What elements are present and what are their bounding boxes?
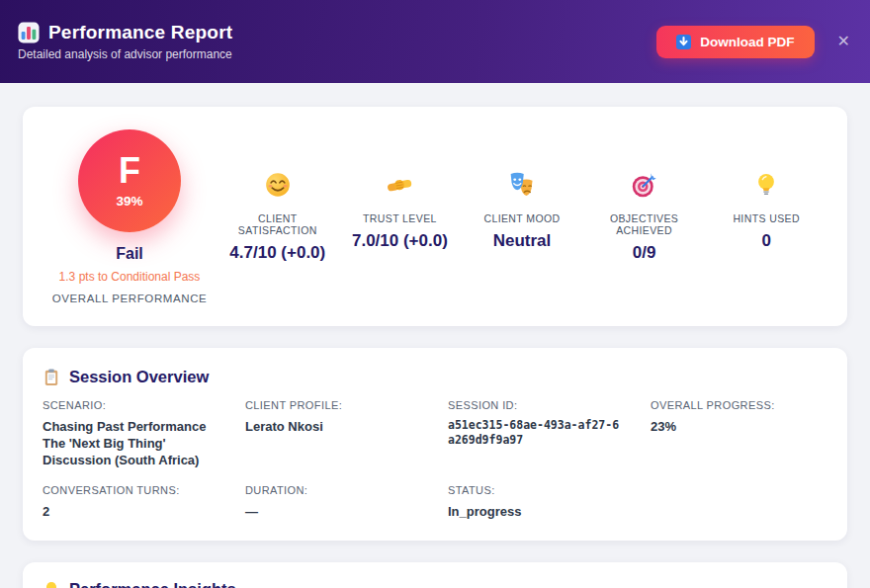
metric-label: CLIENT SATISFACTION xyxy=(220,212,335,236)
download-icon xyxy=(676,35,691,49)
grade-percent: 39% xyxy=(116,194,142,209)
metric-value: 0 xyxy=(709,231,824,251)
field-label: CONVERSATION TURNS: xyxy=(43,484,219,496)
field-label: CLIENT PROFILE: xyxy=(245,399,422,411)
handshake-icon xyxy=(386,185,413,202)
close-button[interactable]: ✕ xyxy=(833,32,854,51)
report-body: F 39% Fail 1.3 pts to Conditional Pass O… xyxy=(0,83,870,588)
session-overview-card: Session Overview SCENARIO: Chasing Past … xyxy=(23,348,847,541)
dart-target-icon xyxy=(631,185,658,202)
metric-client-mood: CLIENT MOOD Neutral xyxy=(461,171,583,263)
field-conversation-turns: CONVERSATION TURNS: 2 xyxy=(43,484,219,520)
performance-insights-title: Performance Insights xyxy=(69,580,236,588)
metric-label: TRUST LEVEL xyxy=(343,212,458,224)
page-subtitle: Detailed analysis of advisor performance xyxy=(18,47,232,61)
grade-result: Fail xyxy=(43,245,217,263)
metric-value: 0/9 xyxy=(587,243,702,263)
metric-value: 4.7/10 (+0.0) xyxy=(220,243,335,263)
metric-value: Neutral xyxy=(465,231,579,251)
field-value: 23% xyxy=(651,418,827,435)
metric-objectives-achieved: OBJECTIVES ACHIEVED 0/9 xyxy=(583,171,706,263)
metric-label: CLIENT MOOD xyxy=(465,212,579,224)
metric-trust-level: TRUST LEVEL 7.0/10 (+0.0) xyxy=(339,171,462,263)
metric-label: OBJECTIVES ACHIEVED xyxy=(587,212,702,236)
metric-client-satisfaction: CLIENT SATISFACTION 4.7/10 (+0.0) xyxy=(217,171,339,263)
download-pdf-button[interactable]: Download PDF xyxy=(656,26,814,58)
grade-badge: F 39% xyxy=(78,129,181,232)
field-value: Chasing Past Performance The 'Next Big T… xyxy=(43,418,219,468)
lightbulb-icon xyxy=(43,580,60,588)
header-title-block: Performance Report Detailed analysis of … xyxy=(18,22,232,61)
field-value: a51ec315-68ae-493a-af27-6a269d9f9a97 xyxy=(448,418,625,448)
field-overall-progress: OVERALL PROGRESS: 23% xyxy=(651,399,827,468)
smiling-face-icon xyxy=(264,185,292,202)
field-label: STATUS: xyxy=(448,484,625,496)
performance-insights-title-row: Performance Insights xyxy=(43,580,827,588)
overall-performance-label: OVERALL PERFORMANCE xyxy=(43,293,217,304)
field-empty xyxy=(651,484,827,520)
metric-label: HINTS USED xyxy=(709,212,824,224)
lightbulb-icon xyxy=(752,185,780,202)
session-overview-title-row: Session Overview xyxy=(43,368,827,386)
grade-block: F 39% Fail 1.3 pts to Conditional Pass O… xyxy=(43,129,217,304)
grade-letter: F xyxy=(119,153,140,189)
session-fields-grid: SCENARIO: Chasing Past Performance The '… xyxy=(43,399,827,521)
field-duration: DURATION: — xyxy=(245,484,422,520)
field-value: Lerato Nkosi xyxy=(245,418,422,435)
field-label: SESSION ID: xyxy=(448,399,625,411)
overall-performance-card: F 39% Fail 1.3 pts to Conditional Pass O… xyxy=(23,107,847,326)
performance-insights-card: Performance Insights xyxy=(23,562,847,588)
report-header: Performance Report Detailed analysis of … xyxy=(0,0,870,83)
metric-hints-used: HINTS USED 0 xyxy=(705,171,827,263)
page-title: Performance Report xyxy=(48,22,232,43)
field-status: STATUS: In_progress xyxy=(448,484,625,520)
field-label: OVERALL PROGRESS: xyxy=(651,399,827,411)
field-value: — xyxy=(245,503,422,520)
field-client-profile: CLIENT PROFILE: Lerato Nkosi xyxy=(245,399,422,468)
field-value: 2 xyxy=(43,503,219,520)
metric-value: 7.0/10 (+0.0) xyxy=(343,231,458,251)
clipboard-icon xyxy=(43,369,60,386)
field-session-id: SESSION ID: a51ec315-68ae-493a-af27-6a26… xyxy=(448,399,625,468)
theater-masks-icon xyxy=(508,185,536,202)
grade-delta-note: 1.3 pts to Conditional Pass xyxy=(43,270,217,284)
field-value: In_progress xyxy=(448,503,625,520)
field-scenario: SCENARIO: Chasing Past Performance The '… xyxy=(43,399,219,468)
field-label: SCENARIO: xyxy=(43,399,219,411)
field-label: DURATION: xyxy=(245,484,422,496)
download-pdf-label: Download PDF xyxy=(700,35,794,49)
metrics-row: CLIENT SATISFACTION 4.7/10 (+0.0) TRUST … xyxy=(217,171,827,263)
bar-chart-icon xyxy=(18,22,40,43)
session-overview-title: Session Overview xyxy=(69,368,209,386)
